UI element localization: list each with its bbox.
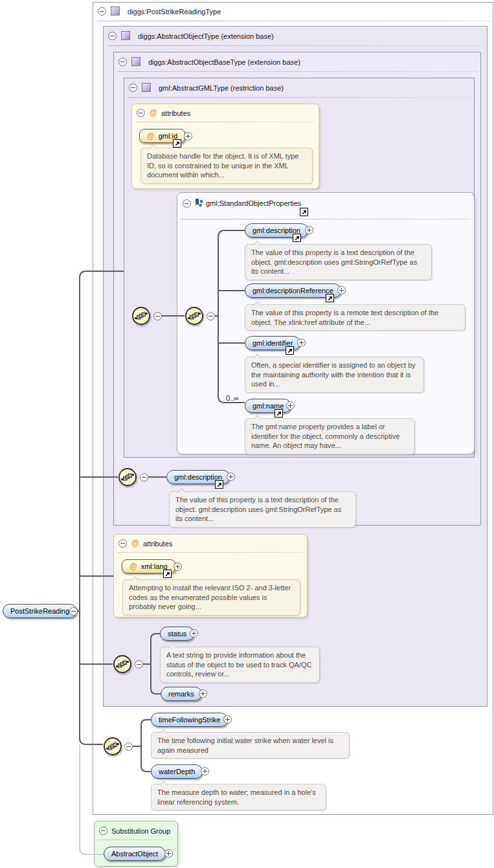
expand-icon[interactable] — [223, 715, 232, 724]
reference-link-icon[interactable] — [326, 294, 334, 302]
doc-gml-id: Database handle for the object. It is of… — [140, 148, 313, 184]
reference-link-icon[interactable] — [293, 234, 301, 242]
collapse-icon[interactable] — [153, 312, 162, 320]
expand-icon[interactable] — [174, 562, 182, 571]
attribute-at-icon: @ — [150, 109, 157, 117]
complextype-icon — [142, 83, 151, 92]
complextype-icon — [131, 57, 140, 66]
header-divider — [128, 97, 472, 98]
expand-icon[interactable] — [164, 849, 173, 858]
expand-icon[interactable] — [227, 473, 235, 481]
collapse-icon[interactable] — [108, 32, 117, 40]
header-divider — [98, 840, 174, 840]
model-group-icon — [195, 199, 204, 207]
collapse-icon[interactable] — [118, 539, 127, 548]
attributes-header: attributes — [143, 540, 172, 548]
complextype-icon — [121, 31, 130, 40]
reference-link-icon[interactable] — [163, 570, 172, 578]
element-label: PostStrikeReading — [10, 607, 69, 615]
collapse-icon[interactable] — [69, 607, 78, 616]
element-remarks[interactable]: remarks — [161, 687, 202, 701]
sequence-compositor-icon[interactable] — [131, 306, 151, 326]
multiplicity-label: 0..∞ — [226, 394, 239, 402]
sequence-compositor-icon[interactable] — [118, 467, 137, 487]
expand-icon[interactable] — [337, 286, 346, 295]
collapse-icon[interactable] — [118, 58, 127, 66]
attribute-at-icon: @ — [131, 539, 139, 547]
header-divider — [136, 122, 315, 122]
attribute-at-icon: @ — [129, 562, 137, 570]
sequence-compositor-icon[interactable] — [113, 654, 132, 674]
header-divider — [107, 45, 485, 46]
element-label: gml:descriptionReference — [253, 287, 333, 295]
header-divider — [181, 219, 470, 219]
reference-link-icon[interactable] — [286, 346, 294, 355]
group-box-title: gml:StandardObjectProperties — [206, 199, 301, 207]
element-waterdepth[interactable]: waterDepth — [151, 764, 203, 779]
collapse-icon[interactable] — [98, 7, 106, 16]
doc-gml-name: The gml:name property provides a label o… — [245, 418, 415, 454]
doc-xml-lang: Attempting to install the relevant ISO 2… — [122, 579, 300, 616]
doc-gml-identifier: Often, a special identifier is assigned … — [245, 357, 424, 393]
doc-timefollowingstrike: The time following initial water strike … — [151, 732, 350, 759]
header-divider — [118, 71, 478, 72]
element-label: waterDepth — [159, 768, 195, 775]
header-divider — [118, 552, 303, 553]
doc-gml-description: The value of this property is a text des… — [245, 244, 432, 280]
element-label: remarks — [168, 690, 194, 698]
type-box-title: diggs:AbstractObjectType (extension base… — [138, 32, 274, 40]
element-abstractobject[interactable]: AbstractObject — [104, 847, 166, 861]
doc-gml-descriptionreference: The value of this property is a remote t… — [245, 304, 466, 331]
substitution-group-header: Substitution Group — [111, 827, 170, 835]
element-gml-name[interactable]: gml:name — [245, 399, 291, 413]
expand-icon[interactable] — [184, 132, 192, 140]
collapse-icon[interactable] — [129, 83, 137, 92]
reference-link-icon[interactable] — [173, 139, 181, 148]
expand-icon[interactable] — [201, 767, 209, 775]
doc-waterdepth: The measure depth to water; measured in … — [151, 784, 326, 810]
header-divider — [97, 21, 491, 21]
collapse-icon[interactable] — [99, 827, 107, 835]
reference-link-icon[interactable] — [300, 208, 308, 216]
collapse-icon[interactable] — [183, 199, 191, 208]
element-label: status — [168, 630, 186, 638]
doc-gml-description-2: The value of this property is a text des… — [169, 491, 356, 528]
expand-icon[interactable] — [190, 629, 198, 638]
collapse-icon[interactable] — [207, 312, 215, 320]
schema-diagram: diggs:PostStrikeReadingType diggs:Abstra… — [0, 0, 494, 868]
attributes-header: attributes — [161, 109, 190, 117]
type-box-title: diggs:PostStrikeReadingType — [128, 8, 221, 16]
complextype-icon — [111, 6, 120, 16]
collapse-icon[interactable] — [135, 660, 143, 669]
element-label: timeFollowingStrike — [159, 716, 220, 724]
type-box-title: gml:AbstractGMLType (restriction base) — [159, 84, 284, 92]
reference-link-icon[interactable] — [275, 409, 283, 417]
type-box-title: diggs:AbstractObjectBaseType (extension … — [148, 58, 300, 66]
collapse-icon[interactable] — [140, 473, 148, 482]
expand-icon[interactable] — [305, 226, 313, 234]
collapse-icon[interactable] — [124, 742, 133, 751]
element-timefollowingstrike[interactable]: timeFollowingStrike — [151, 713, 228, 727]
expand-icon[interactable] — [297, 339, 306, 347]
element-label: AbstractObject — [111, 850, 158, 858]
sequence-compositor-icon[interactable] — [185, 306, 204, 326]
attribute-at-icon: @ — [147, 132, 155, 140]
collapse-icon[interactable] — [137, 109, 145, 117]
sequence-compositor-icon[interactable] — [103, 737, 122, 756]
reference-link-icon[interactable] — [215, 480, 223, 489]
element-poststrikereading[interactable]: PostStrikeReading — [3, 604, 77, 618]
expand-icon[interactable] — [286, 401, 295, 410]
expand-icon[interactable] — [199, 689, 207, 698]
doc-status: A text string to provide information abo… — [160, 647, 320, 683]
